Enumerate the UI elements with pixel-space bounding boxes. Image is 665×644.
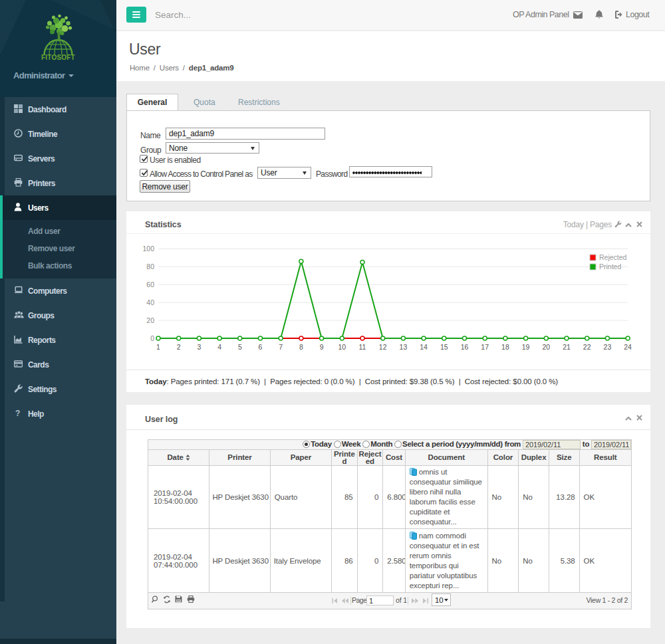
svg-text:14: 14: [420, 343, 428, 351]
svg-text:80: 80: [146, 263, 154, 270]
svg-text:15: 15: [440, 343, 448, 351]
svg-text:11: 11: [359, 343, 366, 351]
svg-text:100: 100: [142, 245, 154, 253]
svg-text:3: 3: [197, 343, 201, 351]
svg-text:19: 19: [522, 343, 530, 351]
svg-text:9: 9: [320, 343, 324, 351]
svg-text:10: 10: [338, 343, 346, 351]
svg-text:7: 7: [279, 343, 283, 351]
svg-text:6: 6: [259, 343, 263, 351]
svg-text:2: 2: [177, 343, 181, 351]
svg-text:0: 0: [150, 334, 154, 342]
svg-text:20: 20: [146, 316, 154, 324]
svg-text:8: 8: [299, 343, 303, 351]
svg-text:FITOSOFT: FITOSOFT: [41, 54, 75, 61]
svg-text:22: 22: [583, 343, 591, 351]
svg-text:16: 16: [461, 343, 469, 351]
svg-text:24: 24: [624, 343, 632, 351]
svg-text:12: 12: [379, 343, 387, 351]
svg-text:?: ?: [15, 409, 20, 417]
svg-text:18: 18: [501, 343, 509, 351]
svg-text:13: 13: [400, 343, 408, 351]
svg-text:17: 17: [481, 343, 489, 351]
svg-text:20: 20: [542, 343, 550, 351]
svg-text:Rejected: Rejected: [599, 253, 627, 261]
svg-text:23: 23: [604, 343, 612, 351]
svg-text:40: 40: [146, 298, 154, 306]
svg-text:4: 4: [217, 343, 221, 351]
svg-text:5: 5: [238, 343, 242, 351]
svg-text:60: 60: [146, 280, 154, 288]
svg-text:Printed: Printed: [599, 263, 621, 270]
svg-text:1: 1: [156, 343, 160, 351]
svg-text:21: 21: [563, 343, 571, 351]
